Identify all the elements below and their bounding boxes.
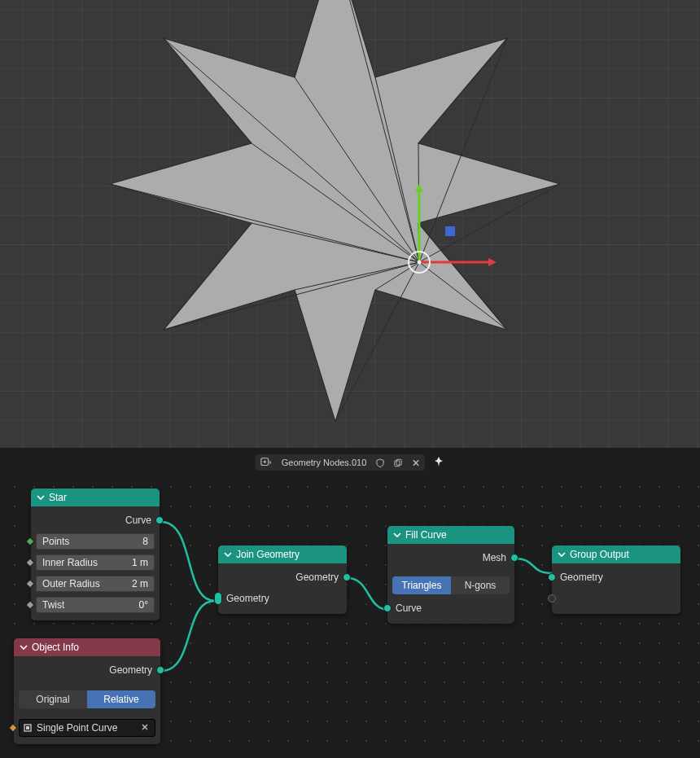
- field-label: Twist: [42, 599, 64, 611]
- objinfo-output-geometry[interactable]: Geometry: [19, 661, 155, 679]
- node-title: Star: [49, 492, 67, 503]
- socket-geometry[interactable]: [510, 554, 518, 562]
- fill-input-curve[interactable]: Curve: [392, 599, 510, 617]
- node-object-info[interactable]: Object Info Geometry Original Relative S…: [14, 638, 160, 744]
- node-title: Group Output: [570, 549, 629, 560]
- object-picker-field[interactable]: Single Point Curve: [19, 719, 155, 737]
- shield-icon[interactable]: [371, 454, 389, 471]
- unlink-icon[interactable]: [407, 454, 425, 471]
- gizmo-center-dot: [418, 261, 422, 265]
- chevron-down-icon: [223, 550, 233, 559]
- socket-float[interactable]: [25, 579, 34, 588]
- triangles-button[interactable]: Triangles: [392, 576, 451, 594]
- node-title: Join Geometry: [236, 549, 300, 560]
- node-editor[interactable]: Star Curve Points 8 Inner Radius 1 m: [0, 472, 700, 758]
- socket-geometry[interactable]: [155, 516, 164, 524]
- field-value: 1 m: [132, 557, 148, 568]
- pin-icon[interactable]: [433, 456, 444, 470]
- outer-radius-field[interactable]: Outer Radius 2 m: [36, 576, 155, 592]
- fill-output-mesh[interactable]: Mesh: [392, 549, 510, 567]
- socket-geometry[interactable]: [156, 666, 164, 674]
- chevron-down-icon: [557, 550, 567, 559]
- socket-label: Geometry: [295, 572, 339, 583]
- socket-object[interactable]: [8, 723, 17, 732]
- object-name: Single Point Curve: [37, 722, 134, 734]
- field-value: 0°: [139, 599, 148, 611]
- node-fill-header[interactable]: Fill Curve: [387, 526, 514, 544]
- node-star-header[interactable]: Star: [31, 489, 160, 506]
- socket-empty[interactable]: [548, 594, 556, 602]
- star-output-curve[interactable]: Curve: [36, 511, 155, 529]
- join-input-geometry[interactable]: Geometry: [223, 589, 342, 607]
- duplicate-icon[interactable]: [389, 454, 407, 471]
- node-group-output[interactable]: Group Output Geometry: [552, 545, 680, 614]
- svg-rect-17: [395, 460, 400, 466]
- star-twist-row[interactable]: Twist 0°: [36, 596, 155, 614]
- node-join-header[interactable]: Join Geometry: [218, 545, 347, 563]
- star-mesh: [0, 0, 700, 448]
- node-star[interactable]: Star Curve Points 8 Inner Radius 1 m: [31, 489, 160, 620]
- node-editor-header: Geometry Nodes.010: [0, 453, 700, 472]
- gizmo-z-handle[interactable]: [445, 226, 455, 236]
- node-output-header[interactable]: Group Output: [552, 545, 680, 563]
- node-fill-curve[interactable]: Fill Curve Mesh Triangles N-gons Curve: [387, 526, 514, 624]
- svg-rect-20: [26, 726, 29, 730]
- fill-mode-toggle[interactable]: Triangles N-gons: [392, 576, 510, 594]
- original-button[interactable]: Original: [19, 690, 87, 708]
- svg-rect-18: [396, 459, 401, 465]
- twist-field[interactable]: Twist 0°: [36, 597, 155, 613]
- star-outer-row[interactable]: Outer Radius 2 m: [36, 575, 155, 593]
- field-label: Inner Radius: [42, 557, 98, 568]
- socket-label: Mesh: [483, 552, 506, 563]
- node-title: Fill Curve: [405, 529, 447, 541]
- star-points-row[interactable]: Points 8: [36, 532, 155, 550]
- field-label: Outer Radius: [42, 578, 100, 589]
- clear-object-icon[interactable]: [138, 722, 152, 734]
- socket-geometry[interactable]: [343, 573, 351, 581]
- star-fill: [110, 0, 560, 422]
- field-value: 2 m: [132, 578, 148, 589]
- socket-float[interactable]: [25, 558, 34, 567]
- browse-nodetree-button[interactable]: [256, 454, 277, 471]
- chevron-down-icon: [19, 642, 28, 652]
- transform-space-toggle[interactable]: Original Relative: [19, 690, 155, 708]
- field-value: 8: [142, 536, 148, 547]
- socket-int[interactable]: [25, 537, 34, 545]
- socket-label: Curve: [396, 602, 422, 614]
- socket-geometry[interactable]: [548, 573, 556, 581]
- chevron-down-icon: [36, 493, 46, 502]
- inner-radius-field[interactable]: Inner Radius 1 m: [36, 554, 155, 571]
- node-title: Object Info: [32, 642, 79, 653]
- relative-button[interactable]: Relative: [87, 690, 155, 708]
- points-field[interactable]: Points 8: [36, 533, 155, 550]
- socket-label: Geometry: [226, 593, 269, 604]
- socket-geometry-multi[interactable]: [214, 592, 222, 605]
- ngons-button[interactable]: N-gons: [451, 576, 510, 594]
- output-input-geometry[interactable]: Geometry: [557, 568, 676, 586]
- join-output-geometry[interactable]: Geometry: [223, 568, 342, 586]
- socket-float[interactable]: [25, 600, 34, 609]
- node-join-geometry[interactable]: Join Geometry Geometry Geometry: [218, 545, 347, 614]
- node-object-info-header[interactable]: Object Info: [14, 638, 160, 656]
- field-label: Points: [42, 536, 69, 547]
- chevron-down-icon: [392, 530, 402, 540]
- socket-label: Curve: [125, 515, 151, 526]
- object-data-icon: [22, 722, 33, 734]
- output-input-blank[interactable]: [557, 589, 676, 607]
- socket-geometry[interactable]: [383, 604, 392, 612]
- nodetree-name-field[interactable]: Geometry Nodes.010: [277, 454, 372, 471]
- object-input-row[interactable]: Single Point Curve: [19, 718, 155, 738]
- 3d-viewport[interactable]: [0, 0, 700, 448]
- gizmo-x-arrow[interactable]: [488, 258, 497, 266]
- socket-label: Geometry: [560, 572, 603, 583]
- star-inner-row[interactable]: Inner Radius 1 m: [36, 554, 155, 572]
- socket-label: Geometry: [109, 664, 152, 676]
